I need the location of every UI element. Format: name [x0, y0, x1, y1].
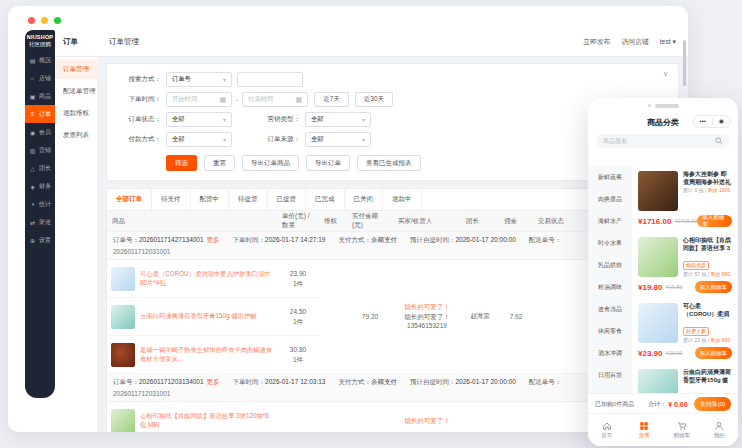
mobile-preview: 商品分类 ••• ◉ 商品搜索 新鲜蔬菜 肉类蛋品 海鲜水产 时令水果 乳品烘焙… — [588, 98, 738, 446]
tab-completed[interactable]: 已完成 — [306, 189, 345, 210]
reset-button[interactable]: 重置 — [204, 155, 235, 171]
start-date-input[interactable]: 开始时间▦ — [166, 92, 232, 107]
product-card[interactable]: 海参大连刺参 即煮周期海参补送礼套餐7A参 4斤 32-... 累计 0 份 |… — [638, 171, 732, 228]
tab-cart[interactable]: 购物车 — [663, 414, 701, 446]
category-item[interactable]: 休闲零食 — [588, 320, 632, 342]
tab-refunding[interactable]: 退款中 — [383, 189, 422, 210]
category-item[interactable]: 时令水果 — [588, 232, 632, 254]
filter-button[interactable]: 筛选 — [166, 155, 197, 171]
sidebar-item-overview[interactable]: ▤概况 — [25, 51, 55, 69]
publish-link[interactable]: 立即发布 — [583, 37, 610, 47]
category-item[interactable]: 速食冻品 — [588, 298, 632, 320]
item-qty: 1件 — [281, 317, 315, 327]
pay-method-select[interactable]: 全部▾ — [166, 132, 232, 147]
category-item[interactable]: 海鲜水产 — [588, 210, 632, 232]
leader-icon: △ — [29, 165, 36, 172]
tab-home[interactable]: 首页 — [588, 414, 626, 446]
last-7-days-button[interactable]: 近7天 — [314, 92, 349, 107]
chevron-down-icon: ▾ — [223, 76, 226, 83]
sidebar-item-finance[interactable]: ◈财务 — [25, 177, 55, 195]
product-image — [111, 305, 135, 329]
paid-amount: 79.20 — [347, 260, 393, 374]
checkout-button[interactable]: 去结算(0) — [694, 397, 731, 411]
phone-search-bar[interactable]: 商品搜索 — [596, 134, 730, 148]
tab-closed[interactable]: 已关闭 — [345, 189, 384, 210]
user-menu[interactable]: test ▾ — [660, 38, 676, 46]
last-30-days-button[interactable]: 近30天 — [355, 92, 393, 107]
view-report-button[interactable]: 查看已生成报表 — [357, 155, 421, 171]
product-card[interactable]: 云南白药清爽薄荷香型牙膏150g 健齿护龈 — [638, 369, 732, 394]
product-name-link[interactable]: 云南白药清爽薄荷香型牙膏150g 健齿护龈 — [140, 312, 257, 321]
sidebar-item-marketing[interactable]: ▥营销 — [25, 141, 55, 159]
category-item[interactable]: 酒水冲调 — [588, 342, 632, 364]
tab-picking[interactable]: 配货中 — [191, 189, 230, 210]
product-name: 海参大连刺参 即煮周期海参补送礼套餐7A参 4斤 32-... — [683, 171, 732, 187]
sidebar-item-leader[interactable]: △团长 — [25, 159, 55, 177]
export-order-goods-button[interactable]: 导出订单商品 — [242, 155, 299, 171]
channel-icon: ⇄ — [29, 219, 36, 226]
sidebar-item-shop[interactable]: ⌂店铺 — [25, 69, 55, 87]
submenu-item-refund[interactable]: 退款维权 — [55, 103, 97, 123]
pay-method: 余额支付 — [371, 236, 397, 243]
submenu-item-invoice[interactable]: 发票列表 — [55, 125, 97, 145]
search-type-select[interactable]: 订单号▾ — [166, 72, 232, 87]
visit-shop-link[interactable]: 访问店铺 — [622, 37, 649, 47]
sidebar-item-goods[interactable]: ▣商品 — [25, 87, 55, 105]
tab-all-orders[interactable]: 全部订单 — [107, 189, 152, 210]
col-buyer: 买家/收货人 — [393, 211, 461, 232]
category-item[interactable]: 新鲜蔬菜 — [588, 166, 632, 188]
maximize-window-icon[interactable] — [54, 17, 61, 24]
sidebar-item-members[interactable]: ◉会员 — [25, 123, 55, 141]
product-name-link[interactable]: 老城一锅羊蝎子熟食生鲜加热即食羊肉面锅速食食材方便菜火... — [140, 346, 273, 363]
product-card[interactable]: 心相印抽纸【肖战同款】茶语丝享 3层120抽*8包 M码 精品优选 累计 57 … — [638, 237, 732, 294]
capsule-close-icon[interactable]: ◉ — [713, 116, 731, 127]
product-image — [111, 343, 135, 367]
collapse-caret-icon[interactable]: ∨ — [663, 70, 668, 78]
marketing-type-select[interactable]: 全部▾ — [305, 112, 371, 127]
sidebar-item-settings[interactable]: ⊕设置 — [25, 231, 55, 249]
minimize-window-icon[interactable] — [41, 17, 48, 24]
product-name-link[interactable]: 可心柔（COROU）柔润湿巾婴儿护肤手口湿巾 80片*4包 — [140, 270, 273, 287]
product-tag: 好货上新 — [683, 327, 709, 336]
more-link[interactable]: 更多 — [207, 378, 220, 385]
more-link[interactable]: 更多 — [207, 236, 220, 243]
submenu-item-order-manage[interactable]: 订单管理 — [55, 59, 97, 79]
add-to-cart-button[interactable]: 加入购物车 — [695, 281, 733, 293]
search-keyword-input[interactable] — [237, 72, 303, 87]
product-name: 云南白药清爽薄荷香型牙膏150g 健齿护龈 — [683, 369, 732, 385]
sidebar-item-channel[interactable]: ⇄渠道 — [25, 213, 55, 231]
tab-category[interactable]: 分类 — [626, 414, 664, 446]
statistics-icon: ◑ — [29, 201, 36, 207]
add-to-cart-button[interactable]: 加入购物车 — [695, 347, 733, 359]
sidebar-item-label: 订单 — [39, 110, 51, 119]
add-to-cart-button[interactable]: 加入购物车 — [697, 215, 732, 227]
sidebar-item-statistics[interactable]: ◑统计 — [25, 195, 55, 213]
tab-unpaid[interactable]: 待支付 — [152, 189, 191, 210]
product-price: ¥23.90 — [638, 349, 662, 358]
submenu-item-delivery-manage[interactable]: 配送单管理 — [55, 81, 97, 101]
phone-speaker — [588, 98, 738, 113]
scrollbar-thumb[interactable] — [683, 40, 686, 86]
finance-icon: ◈ — [29, 183, 36, 190]
order-time: 2026-01-17 12:03:13 — [265, 378, 325, 385]
export-order-button[interactable]: 导出订单 — [306, 155, 350, 171]
capsule-menu-icon[interactable]: ••• — [694, 116, 712, 127]
product-card[interactable]: 可心柔（COROU）柔润湿巾婴儿护肤手口湿巾 80... 好货上新 累计 23 … — [638, 303, 732, 360]
category-item[interactable]: 乳品烘焙 — [588, 254, 632, 276]
category-item[interactable]: 日用百货 — [588, 364, 632, 386]
sidebar-item-orders[interactable]: ≡订单 — [25, 105, 55, 123]
chevron-down-icon: ▾ — [223, 136, 226, 143]
pickup-time: 2026-01-17 20:00:00 — [455, 236, 515, 243]
product-image — [638, 369, 678, 394]
product-name-link[interactable]: 心相印抽纸【肖战同款】茶语丝享 3层120抽*8包 M码 — [140, 412, 273, 429]
category-item[interactable]: 肉类蛋品 — [588, 188, 632, 210]
tab-picked-up[interactable]: 已提货 — [268, 189, 307, 210]
end-date-input[interactable]: 结束时间▦ — [242, 92, 308, 107]
category-item[interactable]: 粮油调味 — [588, 276, 632, 298]
order-status-select[interactable]: 全部▾ — [166, 112, 232, 127]
close-window-icon[interactable] — [28, 17, 35, 24]
order-source-select[interactable]: 全部▾ — [305, 132, 371, 147]
tab-mine[interactable]: 我的 — [701, 414, 739, 446]
order-submenu: 订单 订单管理 配送单管理 退款维权 发票列表 — [55, 28, 98, 432]
tab-awaiting-pickup[interactable]: 待提货 — [229, 189, 268, 210]
